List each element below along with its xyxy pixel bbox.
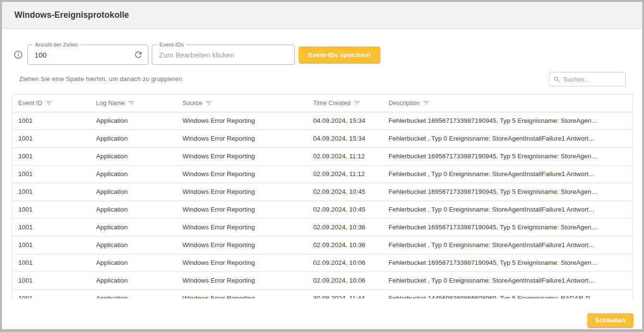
column-header-time-created[interactable]: Time Created	[307, 95, 382, 112]
cell-time-created: 02.09.2024, 10:06	[307, 272, 382, 289]
cell-time-created: 02.09.2024, 11:12	[307, 147, 382, 165]
cell-source: Windows Error Reporting	[176, 254, 307, 272]
cell-source: Windows Error Reporting	[176, 289, 307, 298]
controls-row: Anzahl der Zeilen Event-IDs Event-IDs sp…	[13, 45, 380, 65]
cell-log-name: Application	[90, 272, 176, 289]
cell-log-name: Application	[90, 112, 176, 130]
event-log-dialog: Windows-Ereignisprotokolle Anzahl der Ze…	[0, 0, 644, 332]
cell-event-id: 1001	[12, 236, 90, 254]
cell-description: Fehlerbucket 1445698369866608969, Typ 5 …	[382, 289, 632, 298]
cell-source: Windows Error Reporting	[176, 236, 307, 254]
dialog-titlebar: Windows-Ereignisprotokolle	[2, 2, 642, 29]
row-count-field: Anzahl der Zeilen	[27, 45, 148, 65]
cell-source: Windows Error Reporting	[176, 218, 307, 236]
column-header-event-id[interactable]: Event ID	[12, 95, 90, 112]
cell-source: Windows Error Reporting	[176, 183, 307, 201]
cell-log-name: Application	[90, 201, 176, 218]
table-row[interactable]: 1001 Application Windows Error Reporting…	[12, 112, 632, 130]
cell-description: Fehlerbucket , Typ 0 Ereignisname: Store…	[382, 272, 632, 289]
search-icon	[553, 76, 560, 83]
table-row[interactable]: 1001 Application Windows Error Reporting…	[12, 272, 632, 289]
cell-time-created: 02.09.2024, 11:12	[307, 165, 382, 183]
cell-description: Fehlerbucket 1695671733987190945, Typ 5 …	[382, 218, 632, 236]
cell-description: Fehlerbucket , Typ 0 Ereignisname: Store…	[382, 165, 632, 183]
save-event-ids-button[interactable]: Event-IDs speichern	[299, 47, 380, 63]
info-icon[interactable]	[13, 50, 23, 59]
cell-description: Fehlerbucket , Typ 0 Ereignisname: Store…	[382, 201, 632, 218]
cell-log-name: Application	[90, 130, 176, 147]
filter-icon[interactable]	[128, 101, 134, 105]
cell-event-id: 1001	[12, 147, 90, 165]
cell-event-id: 1001	[12, 272, 90, 289]
cell-time-created: 02.09.2024, 10:45	[307, 183, 382, 201]
cell-time-created: 04.09.2024, 15:34	[307, 130, 382, 147]
group-drop-zone[interactable]: Ziehen Sie eine Spalte hierhin, um danac…	[19, 75, 182, 83]
cell-source: Windows Error Reporting	[176, 201, 307, 218]
table-row[interactable]: 1001 Application Windows Error Reporting…	[12, 201, 632, 218]
cell-log-name: Application	[90, 254, 176, 272]
filter-icon[interactable]	[46, 101, 52, 105]
cell-event-id: 1001	[12, 218, 90, 236]
cell-description: Fehlerbucket 1695671733987190945, Typ 5 …	[382, 147, 632, 165]
table-row[interactable]: 1001 Application Windows Error Reporting…	[12, 289, 632, 298]
table-row[interactable]: 1001 Application Windows Error Reporting…	[12, 147, 632, 165]
cell-description: Fehlerbucket 1695671733987190945, Typ 5 …	[382, 183, 632, 201]
cell-time-created: 02.09.2024, 10:06	[307, 254, 382, 272]
table-row[interactable]: 1001 Application Windows Error Reporting…	[12, 130, 632, 147]
cell-log-name: Application	[90, 147, 176, 165]
cell-time-created: 02.09.2024, 10:36	[307, 236, 382, 254]
column-header-log-name[interactable]: Log Name	[90, 95, 176, 112]
refresh-icon[interactable]	[133, 49, 144, 60]
cell-event-id: 1001	[12, 165, 90, 183]
cell-source: Windows Error Reporting	[176, 112, 307, 130]
table-row[interactable]: 1001 Application Windows Error Reporting…	[12, 236, 632, 254]
event-table: Event ID Log Name Source Time Created De…	[12, 95, 632, 298]
cell-source: Windows Error Reporting	[176, 147, 307, 165]
filter-icon[interactable]	[354, 101, 360, 105]
cell-time-created: 30.08.2024, 11:44	[307, 289, 382, 298]
cell-time-created: 02.09.2024, 10:36	[307, 218, 382, 236]
cell-log-name: Application	[90, 218, 176, 236]
table-row[interactable]: 1001 Application Windows Error Reporting…	[12, 254, 632, 272]
table-header-row: Event ID Log Name Source Time Created De…	[12, 95, 632, 112]
cell-log-name: Application	[90, 183, 176, 201]
close-button[interactable]: Schließen	[587, 313, 633, 327]
event-ids-label: Event-IDs	[157, 42, 186, 48]
event-ids-input[interactable]	[152, 45, 294, 64]
cell-source: Windows Error Reporting	[176, 272, 307, 289]
cell-time-created: 04.09.2024, 15:34	[307, 112, 382, 130]
table-row[interactable]: 1001 Application Windows Error Reporting…	[12, 183, 632, 201]
filter-icon[interactable]	[206, 101, 212, 105]
cell-description: Fehlerbucket , Typ 0 Ereignisname: Store…	[382, 130, 632, 147]
filter-icon[interactable]	[423, 101, 429, 105]
table-row[interactable]: 1001 Application Windows Error Reporting…	[12, 218, 632, 236]
column-header-description[interactable]: Description	[382, 95, 632, 112]
event-ids-field: Event-IDs	[152, 45, 295, 65]
page-title: Windows-Ereignisprotokolle	[14, 10, 129, 20]
cell-log-name: Application	[90, 236, 176, 254]
cell-description: Fehlerbucket , Typ 0 Ereignisname: Store…	[382, 236, 632, 254]
search-box	[549, 72, 626, 86]
row-count-input[interactable]	[28, 45, 148, 64]
cell-event-id: 1001	[12, 130, 90, 147]
table-row[interactable]: 1001 Application Windows Error Reporting…	[12, 165, 632, 183]
event-table-container: Event ID Log Name Source Time Created De…	[12, 94, 633, 298]
cell-event-id: 1001	[12, 112, 90, 130]
search-input[interactable]	[563, 76, 621, 83]
cell-event-id: 1001	[12, 289, 90, 298]
cell-source: Windows Error Reporting	[176, 130, 307, 147]
cell-description: Fehlerbucket 1695671733987190945, Typ 5 …	[382, 254, 632, 272]
cell-log-name: Application	[90, 165, 176, 183]
cell-event-id: 1001	[12, 183, 90, 201]
cell-description: Fehlerbucket 1695671733987190945, Typ 5 …	[382, 112, 632, 130]
cell-event-id: 1001	[12, 201, 90, 218]
cell-log-name: Application	[90, 289, 176, 298]
cell-source: Windows Error Reporting	[176, 165, 307, 183]
event-table-body: 1001 Application Windows Error Reporting…	[12, 112, 632, 298]
cell-event-id: 1001	[12, 254, 90, 272]
column-header-source[interactable]: Source	[176, 95, 307, 112]
cell-time-created: 02.09.2024, 10:45	[307, 201, 382, 218]
row-count-label: Anzahl der Zeilen	[33, 42, 81, 48]
